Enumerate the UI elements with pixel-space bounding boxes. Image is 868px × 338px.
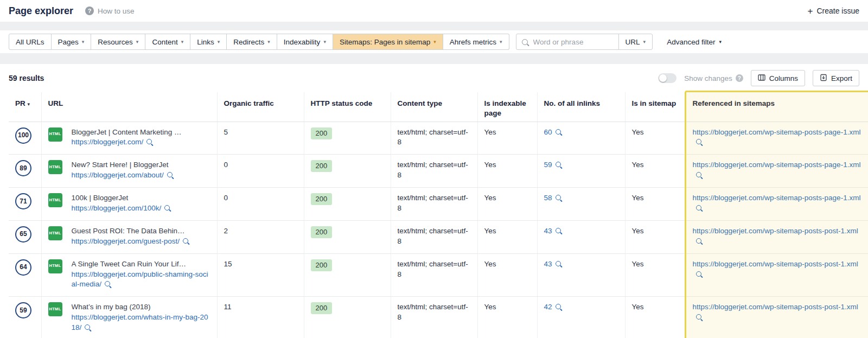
zoom-icon[interactable] — [696, 172, 701, 177]
header-referenced-in-sitemaps[interactable]: Referenced in sitemaps — [686, 92, 868, 122]
inlinks-cell: 43 — [537, 220, 625, 253]
header-label: HTTP status code — [311, 99, 373, 107]
zoom-icon[interactable] — [146, 139, 152, 144]
sitemap-url-link[interactable]: https://bloggerjet.com/wp-sitemap-posts-… — [693, 161, 861, 169]
content-type-cell: text/html; charset=utf-8 — [391, 253, 477, 297]
header-url[interactable]: URL — [41, 92, 217, 122]
zoom-icon[interactable] — [167, 172, 173, 177]
filter-resources[interactable]: Resources — [91, 34, 145, 50]
filter-sitemaps[interactable]: Sitemaps: Pages in sitemap — [333, 34, 443, 50]
page-url-link[interactable]: https://bloggerjet.com/ — [72, 138, 144, 146]
pr-badge: 89 — [15, 160, 31, 176]
pr-badge: 65 — [15, 226, 31, 243]
columns-button[interactable]: Columns — [751, 70, 805, 86]
header-content-type[interactable]: Content type — [391, 92, 477, 122]
inlinks-link[interactable]: 58 — [544, 194, 552, 202]
zoom-icon[interactable] — [556, 195, 561, 200]
chevron-down-icon — [181, 40, 184, 44]
inlinks-cell: 42 — [537, 297, 625, 338]
zoom-icon[interactable] — [85, 324, 90, 330]
zoom-icon[interactable] — [183, 238, 188, 244]
filter-pages[interactable]: Pages — [52, 34, 92, 50]
filter-links[interactable]: Links — [190, 34, 227, 50]
inlinks-link[interactable]: 42 — [544, 303, 552, 311]
organic-traffic-cell: 0 — [217, 188, 304, 221]
header-organic-traffic[interactable]: Organic traffic — [217, 92, 304, 122]
in-sitemap-cell: Yes — [625, 220, 686, 253]
is-indexable-cell: Yes — [477, 253, 537, 297]
search-box[interactable] — [516, 34, 619, 50]
table-row: 65 HTML Guest Post ROI: The Data Behin… … — [9, 220, 868, 253]
filter-content[interactable]: Content — [145, 34, 190, 50]
chevron-down-icon — [500, 40, 502, 44]
filter-all-urls[interactable]: All URLs — [9, 34, 52, 50]
filter-redirects[interactable]: Redirects — [227, 34, 277, 50]
header-label: Content type — [398, 99, 443, 107]
filter-ahrefs-metrics[interactable]: Ahrefs metrics — [443, 34, 509, 50]
table-header-row: PR URL Organic traffic HTTP status code … — [9, 92, 868, 122]
inlinks-link[interactable]: 43 — [544, 227, 552, 235]
url-cell: HTML What’s in my bag (2018) https://blo… — [41, 297, 217, 338]
inlinks-link[interactable]: 60 — [544, 128, 552, 136]
chevron-down-icon — [643, 40, 646, 44]
filter-label: All URLs — [16, 38, 44, 46]
header-label: Referenced in sitemaps — [693, 99, 775, 107]
zoom-icon[interactable] — [556, 304, 561, 309]
content-type-cell: text/html; charset=utf-8 — [391, 155, 477, 188]
sitemap-url-link[interactable]: https://bloggerjet.com/wp-sitemap-posts-… — [693, 260, 858, 268]
search-input[interactable] — [532, 37, 613, 47]
page-title-text: A Single Tweet Can Ruin Your Lif… — [72, 259, 210, 270]
status-badge: 200 — [311, 302, 333, 314]
zoom-icon[interactable] — [696, 271, 701, 277]
create-issue-button[interactable]: Create issue — [807, 7, 859, 16]
inlinks-link[interactable]: 43 — [544, 260, 552, 268]
status-badge: 200 — [311, 127, 333, 139]
filter-label: Links — [197, 38, 214, 46]
zoom-icon[interactable] — [696, 238, 701, 244]
header-label: PR — [15, 99, 25, 107]
show-changes-toggle[interactable] — [658, 73, 676, 83]
plus-icon — [807, 7, 813, 16]
advanced-filter-button[interactable]: Advanced filter — [667, 38, 722, 46]
advanced-filter-label: Advanced filter — [667, 38, 715, 46]
page-title-text: BloggerJet | Content Marketing … — [72, 127, 210, 138]
zoom-icon[interactable] — [164, 205, 170, 211]
header-in-sitemap[interactable]: Is in sitemap — [625, 92, 686, 122]
export-button[interactable]: Export — [813, 70, 859, 86]
help-icon[interactable] — [736, 74, 743, 82]
sitemap-url-link[interactable]: https://bloggerjet.com/wp-sitemap-posts-… — [693, 128, 861, 136]
zoom-icon[interactable] — [696, 205, 701, 211]
inlinks-link[interactable]: 59 — [544, 161, 552, 169]
results-panel: 59 results Show changes Columns Export — [0, 64, 868, 338]
sitemap-url-link[interactable]: https://bloggerjet.com/wp-sitemap-posts-… — [693, 227, 858, 235]
filter-label: Ahrefs metrics — [450, 38, 496, 46]
zoom-icon[interactable] — [696, 314, 701, 320]
filter-indexability[interactable]: Indexability — [277, 34, 333, 50]
sitemap-url-link[interactable]: https://bloggerjet.com/wp-sitemap-posts-… — [693, 303, 858, 311]
header-pr[interactable]: PR — [9, 92, 41, 122]
pr-cell: 64 — [9, 253, 41, 297]
zoom-icon[interactable] — [696, 139, 701, 144]
header-http-status[interactable]: HTTP status code — [304, 92, 391, 122]
header-is-indexable[interactable]: Is indexable page — [477, 92, 537, 122]
pr-cell: 89 — [9, 155, 41, 188]
page-url-link[interactable]: https://bloggerjet.com/guest-post/ — [72, 237, 180, 245]
zoom-icon[interactable] — [556, 162, 561, 167]
page-url-link[interactable]: https://bloggerjet.com/100k/ — [72, 204, 162, 212]
zoom-icon[interactable] — [556, 129, 561, 135]
how-to-use-link[interactable]: How to use — [85, 7, 135, 15]
inlinks-cell: 60 — [537, 122, 625, 155]
page-url-link[interactable]: https://bloggerjet.com/public-shaming-so… — [72, 270, 208, 289]
page-url-link[interactable]: https://bloggerjet.com/whats-in-my-bag-2… — [72, 313, 208, 331]
http-status-cell: 200 — [304, 188, 391, 221]
zoom-icon[interactable] — [556, 228, 561, 233]
page-url-link[interactable]: https://bloggerjet.com/about/ — [72, 171, 164, 179]
sitemap-ref-cell: https://bloggerjet.com/wp-sitemap-posts-… — [686, 297, 868, 338]
zoom-icon[interactable] — [105, 281, 110, 286]
zoom-icon[interactable] — [556, 261, 561, 266]
inlinks-cell: 58 — [537, 188, 625, 221]
search-scope-dropdown[interactable]: URL — [618, 34, 653, 50]
header-inlinks[interactable]: No. of all inlinks — [537, 92, 625, 122]
page-title-text: Guest Post ROI: The Data Behin… — [72, 226, 210, 237]
sitemap-url-link[interactable]: https://bloggerjet.com/wp-sitemap-posts-… — [693, 194, 861, 202]
